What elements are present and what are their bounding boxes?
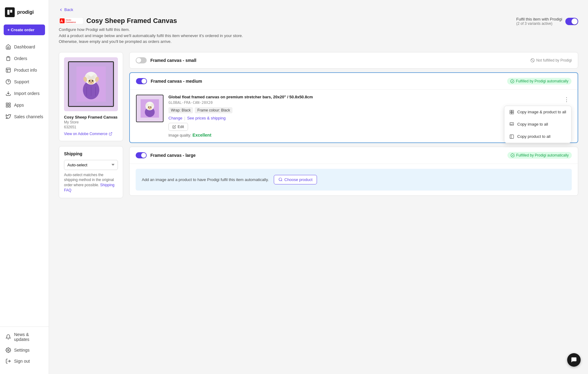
adobe-logo: A Adobe Commerce: [59, 17, 83, 24]
variant-menu-area: ⋮ Copy image & product to all Copy image…: [562, 95, 571, 104]
product-card-store: My Store: [64, 120, 118, 124]
variant-name-small: Framed canvas - small: [150, 58, 196, 63]
dropdown-copy-image-label: Copy image to all: [517, 122, 548, 127]
variant-name-large: Framed canvas - large: [150, 153, 196, 158]
image-quality-value: Excellent: [193, 133, 211, 138]
variant-toggle-small[interactable]: [136, 57, 147, 63]
variant-card-medium: Framed canvas - medium Fulfilled by Prod…: [129, 72, 578, 143]
create-order-button[interactable]: + Create order: [4, 25, 45, 35]
choose-product-label: Choose product: [285, 177, 313, 182]
fulfill-sub: (2 of 3 variants active): [516, 21, 562, 26]
chat-button[interactable]: [567, 353, 581, 367]
logo: prodigi: [0, 5, 49, 25]
svg-point-43: [148, 107, 149, 108]
left-panel: Cosy Sheep Framed Canvas My Store 632651…: [59, 52, 123, 198]
shipping-select[interactable]: Auto-select Standard Express: [64, 160, 118, 170]
chat-icon: [571, 357, 577, 363]
sidebar-item-sales-channels-label: Sales channels: [14, 114, 43, 119]
sidebar-item-sign-out[interactable]: Sign out: [2, 356, 46, 367]
variant-product-title: Global float framed canvas on premium st…: [168, 95, 557, 99]
svg-point-40: [146, 104, 149, 107]
right-panel: Framed canvas - small Not fulfilled by P…: [129, 52, 578, 198]
svg-text:A: A: [60, 19, 63, 23]
variant-header-large: Framed canvas - large Fulfilled by Prodi…: [130, 147, 578, 164]
create-order-label: + Create order: [7, 28, 35, 32]
apps-icon: [6, 102, 11, 108]
variant-toggle-medium[interactable]: [136, 78, 147, 84]
variant-menu-button[interactable]: ⋮: [562, 95, 571, 104]
page-title-row: A Adobe Commerce Cosy Sheep Framed Canva…: [59, 17, 243, 25]
page-header-left: A Adobe Commerce Cosy Sheep Framed Canva…: [59, 17, 243, 45]
sidebar-item-orders[interactable]: Orders: [2, 53, 46, 64]
not-fulfilled-badge-small: Not fulfilled by Prodigi: [530, 58, 572, 62]
see-prices-link[interactable]: See prices & shipping: [187, 116, 226, 120]
svg-rect-8: [9, 106, 10, 107]
sidebar-item-import-orders-label: Import orders: [14, 91, 40, 96]
svg-rect-47: [512, 110, 514, 112]
sidebar-item-product-info[interactable]: Product info: [2, 65, 46, 76]
product-icon: [6, 67, 11, 73]
svg-text:Adobe: Adobe: [66, 19, 71, 21]
back-arrow-icon: [59, 8, 63, 12]
svg-point-29: [90, 82, 92, 83]
svg-rect-51: [510, 135, 514, 138]
view-on-adobe-link[interactable]: View on Adobe Commerce: [64, 132, 118, 136]
svg-point-25: [89, 80, 90, 82]
bell-icon: [6, 334, 11, 340]
signout-icon: [6, 358, 11, 364]
product-image-frame: [68, 61, 114, 107]
sidebar-item-product-info-label: Product info: [14, 68, 37, 73]
product-image: [64, 57, 118, 111]
page-desc-1: Configure how Prodigi will fulfil this i…: [59, 27, 243, 33]
dropdown-copy-product[interactable]: Copy product to all: [504, 130, 571, 143]
svg-point-27: [89, 80, 90, 81]
variant-header-left-small: Framed canvas - small: [136, 57, 196, 63]
sidebar-item-settings[interactable]: Settings: [2, 345, 46, 356]
fulfilled-label-medium: Fulfilled by Prodigi automatically: [516, 79, 568, 83]
toggle-knob-large: [141, 153, 146, 158]
variant-header-small: Framed canvas - small Not fulfilled by P…: [130, 52, 578, 68]
sidebar-item-apps[interactable]: Apps: [2, 100, 46, 111]
variant-empty-content: Add an image and a product to have Prodi…: [142, 175, 317, 184]
page-description: Configure how Prodigi will fulfil this i…: [59, 27, 243, 45]
sidebar-item-news-updates-label: News & updates: [14, 332, 43, 342]
fulfilled-label-large: Fulfilled by Prodigi automatically: [516, 153, 569, 157]
variant-dropdown-menu: Copy image & product to all Copy image t…: [504, 106, 571, 143]
svg-rect-6: [9, 103, 10, 104]
svg-rect-5: [6, 103, 8, 104]
fulfill-label: Fulfil this item with Prodigi: [516, 17, 562, 21]
sidebar-item-dashboard[interactable]: Dashboard: [2, 41, 46, 52]
svg-rect-1: [10, 10, 12, 13]
variant-header-left-medium: Framed canvas - medium: [136, 78, 202, 84]
variant-body-medium: Global float framed canvas on premium st…: [130, 89, 578, 142]
content-area: Cosy Sheep Framed Canvas My Store 632651…: [59, 52, 578, 198]
prodigi-icon: [7, 9, 13, 15]
back-link[interactable]: Back: [59, 7, 578, 12]
change-link[interactable]: Change: [168, 116, 183, 120]
svg-rect-3: [6, 68, 10, 72]
sidebar-item-orders-label: Orders: [14, 56, 27, 61]
variant-empty-text: Add an image and a product to have Prodi…: [142, 177, 269, 182]
svg-point-28: [92, 80, 93, 81]
sidebar-item-sales-channels[interactable]: Sales channels: [2, 111, 46, 122]
copy-image-icon: [509, 122, 514, 127]
fulfill-toggle[interactable]: [565, 18, 578, 25]
page-desc-3: Otherwise, leave empty and you'll be pro…: [59, 39, 243, 45]
search-icon: [278, 177, 283, 182]
edit-icon: [172, 125, 176, 129]
edit-label: Edit: [178, 125, 184, 129]
page-title: Cosy Sheep Framed Canvas: [86, 17, 177, 25]
sidebar-item-support[interactable]: Support: [2, 76, 46, 87]
dropdown-copy-image-product[interactable]: Copy image & product to all: [504, 106, 571, 118]
edit-button[interactable]: Edit: [168, 123, 188, 131]
svg-point-44: [150, 107, 151, 108]
dropdown-copy-image[interactable]: Copy image to all: [504, 118, 571, 130]
sidebar-item-import-orders[interactable]: Import orders: [2, 88, 46, 99]
svg-point-41: [151, 104, 154, 107]
choose-product-button[interactable]: Choose product: [274, 175, 317, 184]
tag-wrap: Wrap: Black: [168, 107, 193, 113]
variant-card-large: Framed canvas - large Fulfilled by Prodi…: [129, 147, 578, 196]
sidebar-item-news-updates[interactable]: News & updates: [2, 329, 46, 345]
gear-icon: [6, 347, 11, 353]
variant-toggle-large[interactable]: [136, 152, 147, 158]
